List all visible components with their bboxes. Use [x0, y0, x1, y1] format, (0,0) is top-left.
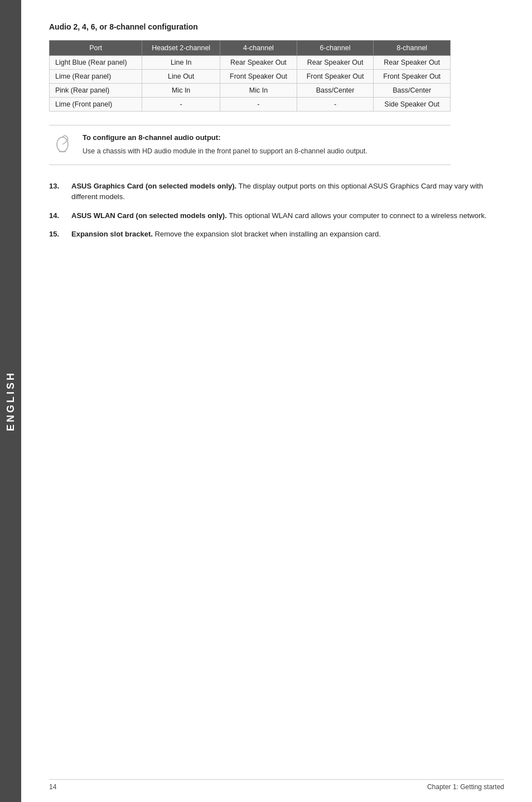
list-bold-0: ASUS Graphics Card (on selected models o…: [71, 182, 236, 190]
col-header-port: Port: [50, 41, 142, 56]
list-content-1: ASUS WLAN Card (on selected models only)…: [71, 210, 504, 221]
table-cell-2-4: Bass/Center: [374, 84, 451, 98]
list-number-2: 15.: [49, 229, 71, 240]
table-cell-0-2: Rear Speaker Out: [220, 56, 297, 70]
list-bold-1: ASUS WLAN Card (on selected models only)…: [71, 211, 227, 220]
table-row: Pink (Rear panel)Mic InMic InBass/Center…: [50, 84, 451, 98]
table-cell-3-3: -: [297, 98, 374, 112]
sidebar: ENGLISH: [0, 0, 21, 802]
list-content-2: Expansion slot bracket. Remove the expan…: [71, 229, 504, 240]
col-header-headset2: Headset 2-channel: [142, 41, 220, 56]
table-row: Light Blue (Rear panel)Line InRear Speak…: [50, 56, 451, 70]
list-number-1: 14.: [49, 210, 71, 221]
table-cell-1-3: Front Speaker Out: [297, 70, 374, 84]
table-cell-0-1: Line In: [142, 56, 220, 70]
page-footer: 14 Chapter 1: Getting started: [49, 779, 504, 791]
note-title: To configure an 8-channel audio output:: [83, 133, 442, 142]
table-cell-3-2: -: [220, 98, 297, 112]
table-row: Lime (Front panel)---Side Speaker Out: [50, 98, 451, 112]
note-box: To configure an 8-channel audio output: …: [49, 125, 451, 165]
list-item: 13.ASUS Graphics Card (on selected model…: [49, 181, 504, 202]
table-cell-1-0: Lime (Rear panel): [50, 70, 142, 84]
list-item: 14.ASUS WLAN Card (on selected models on…: [49, 210, 504, 221]
list-section: 13.ASUS Graphics Card (on selected model…: [49, 181, 504, 240]
table-cell-0-0: Light Blue (Rear panel): [50, 56, 142, 70]
col-header-4ch: 4-channel: [220, 41, 297, 56]
col-header-6ch: 6-channel: [297, 41, 374, 56]
table-cell-2-0: Pink (Rear panel): [50, 84, 142, 98]
list-bold-2: Expansion slot bracket.: [71, 230, 153, 238]
table-cell-1-1: Line Out: [142, 70, 220, 84]
footer-chapter: Chapter 1: Getting started: [427, 783, 504, 791]
table-cell-1-4: Front Speaker Out: [374, 70, 451, 84]
table-cell-2-1: Mic In: [142, 84, 220, 98]
list-content-0: ASUS Graphics Card (on selected models o…: [71, 181, 504, 202]
table-cell-3-0: Lime (Front panel): [50, 98, 142, 112]
footer-page-number: 14: [49, 783, 56, 791]
table-cell-3-1: -: [142, 98, 220, 112]
note-icon: [55, 133, 75, 153]
table-cell-0-4: Rear Speaker Out: [374, 56, 451, 70]
table-cell-2-2: Mic In: [220, 84, 297, 98]
table-cell-0-3: Rear Speaker Out: [297, 56, 374, 70]
table-row: Lime (Rear panel)Line OutFront Speaker O…: [50, 70, 451, 84]
note-text: Use a chassis with HD audio module in th…: [83, 146, 442, 157]
list-item: 15.Expansion slot bracket. Remove the ex…: [49, 229, 504, 240]
col-header-8ch: 8-channel: [374, 41, 451, 56]
sidebar-label: ENGLISH: [5, 371, 17, 431]
table-cell-1-2: Front Speaker Out: [220, 70, 297, 84]
table-cell-2-3: Bass/Center: [297, 84, 374, 98]
main-content: Audio 2, 4, 6, or 8-channel configuratio…: [21, 0, 532, 802]
audio-config-table: Port Headset 2-channel 4-channel 6-chann…: [49, 40, 451, 112]
list-number-0: 13.: [49, 181, 71, 202]
section-title: Audio 2, 4, 6, or 8-channel configuratio…: [49, 22, 504, 31]
table-cell-3-4: Side Speaker Out: [374, 98, 451, 112]
